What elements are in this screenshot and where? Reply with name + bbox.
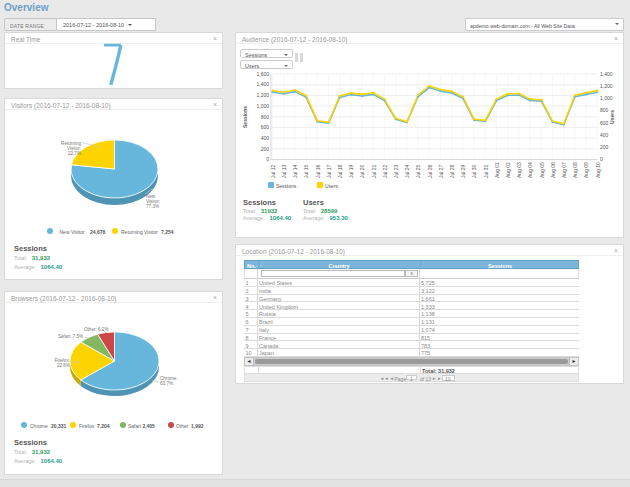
svg-text:Jul 15: Jul 15	[303, 164, 309, 178]
svg-text:1,200: 1,200	[600, 83, 613, 89]
svg-text:1,400: 1,400	[256, 81, 269, 87]
svg-text:600: 600	[600, 120, 609, 126]
svg-text:Jul 16: Jul 16	[315, 164, 321, 178]
svg-text:1,000: 1,000	[600, 95, 613, 101]
svg-text:Jul 20: Jul 20	[359, 164, 365, 178]
svg-text:Jul 21: Jul 21	[371, 164, 377, 178]
svg-text:Jul 26: Jul 26	[427, 164, 433, 178]
svg-text:800: 800	[261, 114, 270, 120]
svg-text:Jul 17: Jul 17	[326, 164, 332, 178]
svg-text:0: 0	[600, 156, 603, 162]
svg-text:Jul 19: Jul 19	[348, 164, 354, 178]
svg-text:Aug 05: Aug 05	[539, 162, 545, 178]
svg-text:Aug 09: Aug 09	[583, 162, 589, 178]
svg-text:Aug 04: Aug 04	[527, 162, 533, 178]
svg-text:Jul 29: Jul 29	[460, 164, 466, 178]
svg-text:Jul 30: Jul 30	[471, 164, 477, 178]
svg-text:Aug 03: Aug 03	[516, 162, 522, 178]
svg-text:200: 200	[600, 144, 609, 150]
svg-text:Jul 25: Jul 25	[415, 164, 421, 178]
svg-text:Aug 10: Aug 10	[595, 162, 601, 178]
svg-text:Jul 18: Jul 18	[337, 164, 343, 178]
svg-text:1,200: 1,200	[256, 92, 269, 98]
svg-text:200: 200	[261, 146, 270, 152]
svg-text:0: 0	[266, 156, 269, 162]
svg-text:400: 400	[600, 132, 609, 138]
svg-text:Aug 08: Aug 08	[572, 162, 578, 178]
svg-text:Aug 01: Aug 01	[494, 162, 500, 178]
svg-text:Jul 12: Jul 12	[270, 164, 276, 178]
svg-text:Jul 27: Jul 27	[438, 164, 444, 178]
svg-text:Aug 06: Aug 06	[550, 162, 556, 178]
svg-text:800: 800	[600, 107, 609, 113]
svg-text:400: 400	[261, 135, 270, 141]
svg-text:1,400: 1,400	[600, 71, 613, 77]
svg-text:Sessions: Sessions	[242, 106, 248, 128]
svg-text:Jul 28: Jul 28	[449, 164, 455, 178]
svg-text:Jul 24: Jul 24	[404, 164, 410, 178]
svg-text:1,600: 1,600	[256, 71, 269, 77]
svg-text:Jul 14: Jul 14	[292, 164, 298, 178]
svg-text:Users: Users	[609, 110, 615, 124]
svg-text:Jul 31: Jul 31	[483, 164, 489, 178]
svg-text:Jul 22: Jul 22	[382, 164, 388, 178]
svg-text:Jul 13: Jul 13	[281, 164, 287, 178]
svg-text:600: 600	[261, 124, 270, 130]
svg-text:Jul 23: Jul 23	[393, 164, 399, 178]
svg-text:Aug 02: Aug 02	[505, 162, 511, 178]
svg-text:Aug 07: Aug 07	[561, 162, 567, 178]
svg-text:1,000: 1,000	[256, 103, 269, 109]
